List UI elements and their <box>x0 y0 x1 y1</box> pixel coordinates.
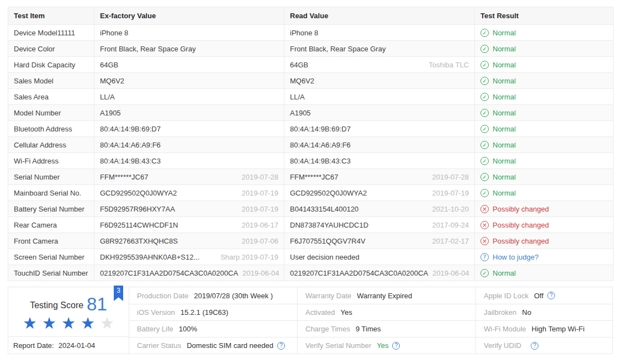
result-label: Normal <box>493 269 516 277</box>
ex-factory-note: 2019-07-28 <box>237 173 279 181</box>
star-rating: ★★★★★ <box>8 314 129 333</box>
test-result-badge: ✓ Normal <box>480 141 516 149</box>
result-label: Normal <box>493 125 516 133</box>
ex-factory-value: 80:4A:14:9B:43:C3 <box>100 157 161 165</box>
header-test-item: Test Item <box>8 7 94 25</box>
check-circle-icon: ✓ <box>480 173 489 181</box>
result-label: Possibly changed <box>493 205 549 213</box>
detail-column: Apple ID LockOff?JailbrokenNoWi-Fi Modul… <box>476 287 612 354</box>
table-row: Cellular Address 80:4A:14:A6:A9:F6 80:4A… <box>8 137 614 153</box>
detail-label: Wi-Fi Module <box>484 325 526 333</box>
check-circle-icon: ✓ <box>480 109 489 117</box>
detail-cell: JailbrokenNo <box>476 304 612 320</box>
read-value-note: Toshiba TLC <box>424 61 469 69</box>
read-value: User decision needed <box>290 253 360 261</box>
check-circle-icon: ✓ <box>480 189 489 197</box>
read-value-note: 2021-10-20 <box>428 205 469 213</box>
result-label[interactable]: How to judge? <box>493 253 538 261</box>
detail-column: Warranty DateWarranty ExpiredActivatedYe… <box>297 287 476 354</box>
star-icon: ★ <box>42 314 61 333</box>
table-row: Sales Area LL/A LL/A ✓ Normal <box>8 89 614 105</box>
check-circle-icon: ✓ <box>480 141 489 149</box>
table-row: Serial Number FFM******JC67 2019-07-28 F… <box>8 169 614 185</box>
read-value: A1905 <box>290 109 311 117</box>
check-circle-icon: ✓ <box>480 77 489 85</box>
check-circle-icon: ✓ <box>480 157 489 165</box>
question-circle-icon[interactable]: ? <box>547 292 555 299</box>
detail-value: High Temp Wi-Fi <box>532 325 585 333</box>
ex-factory-value: 0219207C1F31AA2D0754CA3C0A0200CA <box>100 269 238 277</box>
detail-label: Carrier Status <box>137 341 181 350</box>
star-icon: ★ <box>23 314 42 333</box>
test-result-badge: ✓ Normal <box>480 109 516 117</box>
star-icon: ★ <box>100 314 119 333</box>
read-value: iPhone 8 <box>290 29 318 37</box>
detail-value: Domestic SIM card needed <box>187 341 273 350</box>
detail-cell: iOS Version15.2.1 (19C63) <box>129 304 297 320</box>
report-date-row: Report Date: 2024-01-04 <box>8 337 129 354</box>
question-circle-icon[interactable]: ? <box>277 342 285 350</box>
question-circle-icon[interactable]: ? <box>392 342 400 350</box>
test-item-label: Serial Number <box>8 169 94 185</box>
detail-label: Jailbroken <box>484 308 516 316</box>
test-result-badge[interactable]: ? How to judge? <box>480 253 538 261</box>
read-value-note: 2019-07-19 <box>428 189 469 197</box>
ex-factory-value: F6D925114CWHCDF1N <box>100 221 178 229</box>
question-circle-icon[interactable]: ? <box>531 342 538 350</box>
test-report-table: Test Item Ex-factory Value Read Value Te… <box>8 7 614 281</box>
test-result-badge: ✓ Normal <box>480 173 516 181</box>
detail-value: Yes <box>340 308 352 316</box>
result-label: Normal <box>493 109 516 117</box>
read-value: Front Black, Rear Space Gray <box>290 45 385 53</box>
table-row: Battery Serial Number F5D92957R96HXY7AA … <box>8 201 614 217</box>
detail-value: Off <box>534 292 543 300</box>
test-item-label: Battery Serial Number <box>8 201 94 217</box>
detail-cell: Verify Serial NumberYes? <box>298 337 476 354</box>
ex-factory-note: 2019-07-06 <box>237 237 279 245</box>
x-circle-icon: × <box>480 221 489 229</box>
check-circle-icon: ✓ <box>480 269 489 277</box>
detail-column: Production Date2019/07/28 (30th Week )iO… <box>129 287 297 354</box>
detail-label: Verify Serial Number <box>305 341 371 350</box>
ex-factory-value: DKH9295539AHNK0AB+S12... <box>100 253 199 261</box>
ex-factory-note: 2019-06-17 <box>237 221 279 229</box>
result-label: Possibly changed <box>493 237 549 245</box>
result-label: Normal <box>493 77 516 85</box>
detail-label: Battery Life <box>137 325 173 333</box>
test-result-badge: ✓ Normal <box>480 93 516 101</box>
test-item-label: Cellular Address <box>8 137 94 153</box>
table-row: Sales Model MQ6V2 MQ6V2 ✓ Normal <box>8 73 614 89</box>
table-row: Front Camera G8R927663TXHQHC8S 2019-07-0… <box>8 233 614 249</box>
detail-cell: Verify UDID? <box>476 337 612 354</box>
ex-factory-value: MQ6V2 <box>100 77 124 85</box>
detail-cell: Carrier StatusDomestic SIM card needed? <box>129 337 297 354</box>
test-item-label: Rear Camera <box>8 217 94 233</box>
detail-cell: Production Date2019/07/28 (30th Week ) <box>129 287 297 304</box>
detail-value: 100% <box>179 325 197 333</box>
read-value: GCD929502Q0J0WYA2 <box>290 189 367 197</box>
read-value-note: 2019-07-28 <box>428 173 469 181</box>
test-result-badge: × Possibly changed <box>480 205 549 213</box>
ex-factory-value: FFM******JC67 <box>100 173 148 181</box>
read-value: MQ6V2 <box>290 77 314 85</box>
test-item-label: Wi-Fi Address <box>8 153 94 169</box>
read-value: F6J707551QQGV7R4V <box>290 237 366 245</box>
detail-value: Warranty Expired <box>357 292 412 300</box>
read-value-note: 2019-06-04 <box>428 269 469 277</box>
test-item-label: Device Model11111 <box>8 25 94 41</box>
ex-factory-value: F5D92957R96HXY7AA <box>100 205 175 213</box>
test-result-badge: × Possibly changed <box>480 221 549 229</box>
read-value: FFM******JC67 <box>290 173 338 181</box>
table-row: TouchID Serial Number 0219207C1F31AA2D07… <box>8 265 614 281</box>
read-value: DN873874YAUHCDC1D <box>290 221 368 229</box>
result-label: Normal <box>493 141 516 149</box>
read-value: 0219207C1F31AA2D0754CA3C0A0200CA <box>290 269 428 277</box>
test-item-label: Sales Model <box>8 73 94 89</box>
test-item-label: Bluetooth Address <box>8 121 94 137</box>
read-value: 80:4A:14:9B:69:D7 <box>290 125 351 133</box>
detail-value: 2019/07/28 (30th Week ) <box>194 292 273 300</box>
result-label: Normal <box>493 61 516 69</box>
test-item-label: Front Camera <box>8 233 94 249</box>
ex-factory-value: 64GB <box>100 61 118 69</box>
score-panel: 3 Testing Score81 ★★★★★ Report Date: 202… <box>8 287 129 354</box>
